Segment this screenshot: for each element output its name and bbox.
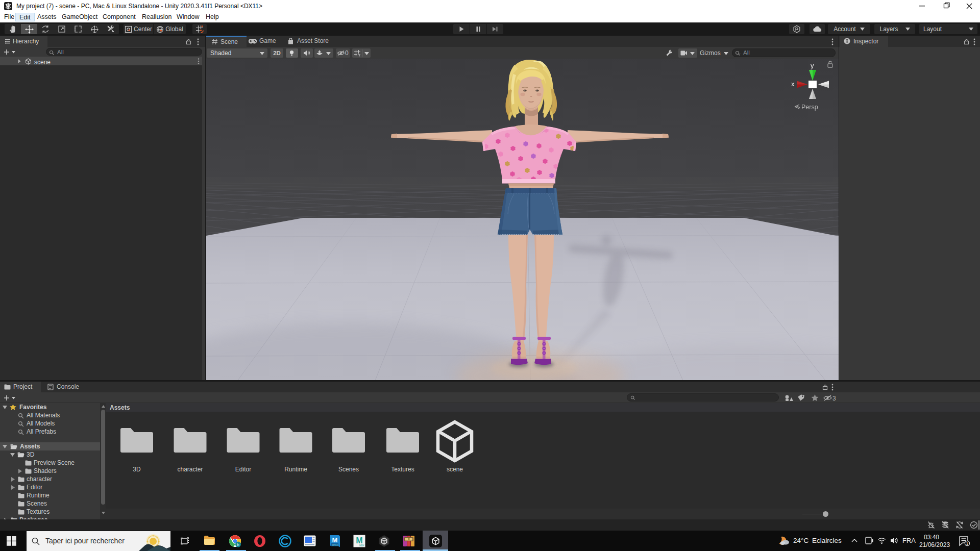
svg-text:3D: 3D	[133, 466, 141, 473]
svg-text:MBX: MBX	[359, 544, 364, 547]
svg-text:Editor: Editor	[235, 466, 251, 473]
svg-text:MAYA: MAYA	[332, 544, 338, 546]
svg-text:x: x	[791, 80, 795, 88]
svg-text:Textures: Textures	[391, 466, 414, 473]
svg-text:Runtime: Runtime	[284, 466, 307, 473]
svg-text:Persp: Persp	[801, 104, 818, 111]
svg-text:scene: scene	[447, 466, 463, 473]
svg-text:character: character	[177, 466, 203, 473]
svg-text:M: M	[356, 536, 362, 545]
svg-text:M: M	[332, 536, 338, 544]
svg-text:y: y	[811, 62, 814, 69]
svg-text:1: 1	[966, 542, 968, 545]
svg-text:h: h	[237, 542, 239, 547]
svg-text:Scenes: Scenes	[338, 466, 359, 473]
svg-text:3: 3	[832, 395, 836, 401]
